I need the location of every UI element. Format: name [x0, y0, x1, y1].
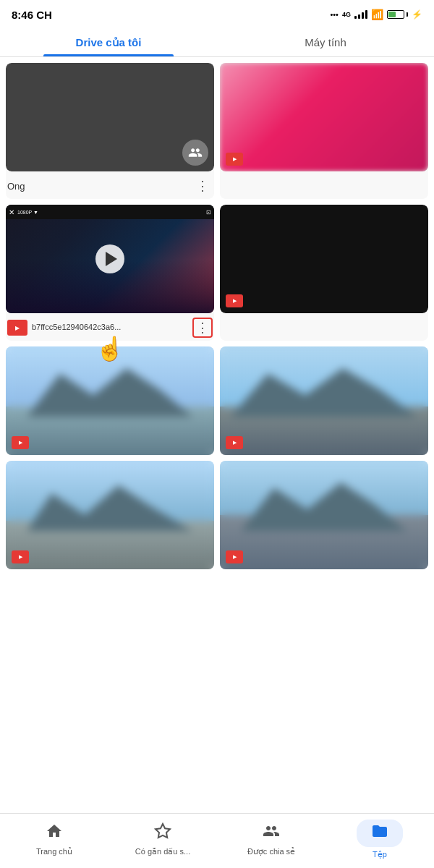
close-x: ✕	[9, 208, 14, 216]
status-bar: 8:46 CH ••• 4G 📶 ⚡	[0, 0, 434, 26]
image-thumbnail-1	[220, 63, 428, 171]
wifi-icon: 📶	[371, 9, 383, 20]
video-badge-2	[226, 294, 243, 307]
folder-thumbnail	[6, 63, 214, 171]
play-button[interactable]	[95, 244, 124, 273]
signal-bars	[354, 10, 367, 19]
battery-fill	[388, 12, 396, 17]
star-icon	[154, 822, 171, 844]
files-icon	[371, 822, 388, 844]
signal-dots: •••	[330, 10, 339, 19]
home-label: Trang chủ	[36, 847, 72, 856]
bar1	[354, 16, 357, 19]
blur-overlay-3	[6, 461, 214, 569]
folder-more-button[interactable]: ⋮	[192, 176, 213, 196]
charging-icon: ⚡	[412, 9, 422, 20]
content-area: Ong ⋮ ✕ 1080P ▼ ⊡	[0, 57, 434, 633]
black-square	[220, 205, 428, 313]
home-icon	[46, 822, 63, 844]
video-label-row: b7ffcc5e12940642c3a6... ⋮	[6, 313, 214, 341]
video-item: ✕ 1080P ▼ ⊡ b7ffcc5e12940642c3a6... ⋮ ☝	[6, 205, 214, 341]
landscape-item-4	[220, 461, 428, 569]
battery-box	[387, 10, 404, 19]
video-badge-5	[12, 550, 29, 563]
folder-name: Ong	[7, 181, 188, 192]
landscape-item-3	[6, 461, 214, 569]
svg-marker-0	[156, 824, 170, 838]
landscape-thumbnail-1	[6, 346, 214, 455]
image-thumbnail-black	[220, 205, 428, 313]
blur-overlay-2	[220, 346, 428, 455]
nav-files[interactable]: Tệp	[326, 820, 434, 859]
nav-starred[interactable]: Có gắn dấu s...	[109, 822, 217, 856]
video-file-name: b7ffcc5e12940642c3a6...	[32, 322, 188, 333]
video-thumbnail: ✕ 1080P ▼ ⊡	[6, 205, 214, 313]
bar4	[365, 10, 367, 19]
battery-indicator	[387, 10, 408, 19]
more-options-button[interactable]: ⋮	[192, 318, 213, 338]
folder-visual	[6, 63, 214, 171]
nav-shared[interactable]: Được chia sẻ	[217, 822, 326, 856]
landscape-thumbnail-4	[220, 461, 428, 569]
landscape-item-1	[6, 346, 214, 455]
video-top-right: ⊡	[206, 209, 211, 216]
landscape-thumbnail-3	[6, 461, 214, 569]
video-top-label: 1080P ▼	[17, 210, 38, 215]
bottom-nav: Trang chủ Có gắn dấu s... Được chia sẻ T…	[0, 813, 434, 868]
folder-item-ong: Ong ⋮	[6, 63, 214, 199]
landscape-item-2	[220, 346, 428, 455]
nav-active-bg	[357, 820, 403, 847]
tab-drive[interactable]: Drive của tôi	[0, 26, 217, 56]
status-time: 8:46 CH	[12, 9, 52, 21]
nav-home[interactable]: Trang chủ	[0, 822, 109, 856]
video-badge-3	[12, 436, 29, 449]
shared-label: Được chia sẻ	[247, 847, 295, 856]
video-icon-badge	[7, 320, 27, 336]
battery-tip	[407, 12, 408, 17]
play-triangle	[106, 252, 117, 266]
starred-label: Có gắn dấu s...	[135, 847, 190, 856]
blur-overlay-4	[220, 461, 428, 569]
video-badge-6	[226, 550, 243, 563]
folder-label-row: Ong ⋮	[6, 171, 214, 199]
top-nav: Drive của tôi Máy tính	[0, 26, 434, 57]
video-top-bar: ✕ 1080P ▼ ⊡	[6, 205, 214, 219]
video-badge-1	[226, 153, 243, 166]
4g-badge: 4G	[342, 11, 351, 18]
image-item-right-1	[220, 63, 428, 199]
blur-overlay-1	[6, 346, 214, 455]
tab-computer[interactable]: Máy tính	[217, 26, 434, 56]
shared-icon	[182, 140, 208, 166]
status-icons: ••• 4G 📶 ⚡	[330, 9, 422, 20]
image-item-right-2	[220, 205, 428, 341]
video-badge-4	[226, 436, 243, 449]
bar3	[362, 12, 364, 19]
file-grid: Ong ⋮ ✕ 1080P ▼ ⊡	[6, 63, 428, 569]
files-label: Tệp	[373, 850, 387, 859]
bar2	[358, 14, 360, 19]
landscape-thumbnail-2	[220, 346, 428, 455]
shared-icon-nav	[263, 822, 280, 844]
